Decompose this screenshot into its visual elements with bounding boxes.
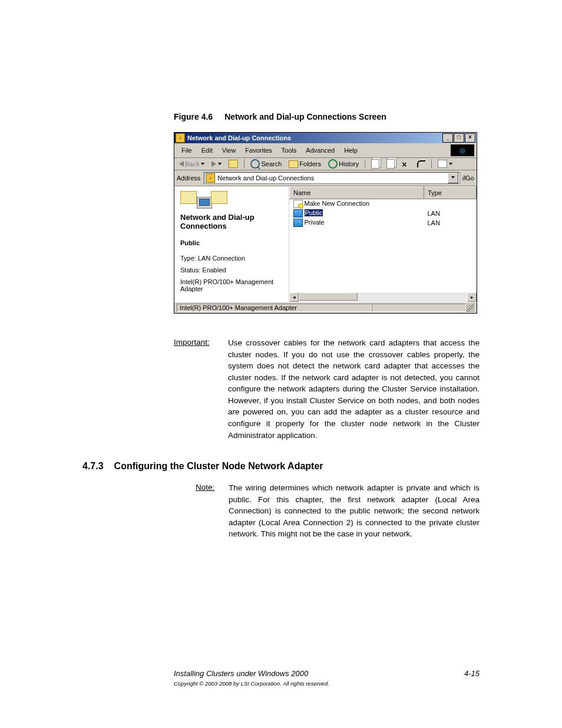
scroll-left-icon[interactable]: ◂	[289, 292, 299, 302]
column-name[interactable]: Name	[290, 187, 424, 199]
app-icon: ≡	[176, 133, 185, 143]
menubar: File Edit View Favorites Tools Advanced …	[174, 143, 477, 158]
toolbar: Back Search Folders History ×	[174, 158, 477, 170]
address-icon: ≡	[206, 173, 215, 183]
back-button[interactable]: Back	[177, 160, 207, 167]
address-label: Address	[177, 174, 201, 182]
views-icon	[438, 160, 447, 168]
note-text: The wiring determines which network adap…	[229, 482, 480, 540]
address-dropdown[interactable]	[448, 173, 458, 183]
menu-advanced[interactable]: Advanced	[301, 146, 339, 154]
connection-icon	[293, 219, 303, 227]
device-line: Intel(R) PRO/100+ Management Adapter	[180, 278, 283, 292]
horizontal-scrollbar[interactable]: ◂ ▸	[289, 292, 477, 302]
list-item[interactable]: Make New Connection	[290, 199, 477, 209]
address-input[interactable]: ≡ Network and Dial-up Connections	[204, 172, 460, 184]
copy-to-icon	[386, 159, 395, 169]
delete-button[interactable]: ×	[399, 160, 412, 168]
history-icon	[328, 159, 338, 169]
connections-list: Name Type Make New Connection Public LAN…	[289, 186, 477, 228]
footer-left: Installing Clusters under Windows 2000	[174, 669, 308, 678]
search-button[interactable]: Search	[248, 159, 284, 169]
move-to-icon	[371, 159, 379, 169]
note-block: Note: The wiring determines which networ…	[196, 482, 480, 540]
forward-icon	[211, 161, 216, 167]
section-number: 4.7.3	[82, 461, 104, 471]
undo-icon	[417, 160, 425, 167]
menu-edit[interactable]: Edit	[197, 146, 217, 154]
move-to-button[interactable]	[369, 159, 382, 169]
new-connection-icon	[293, 200, 303, 208]
figure-title: Network and Dial-up Connections Screen	[224, 112, 386, 121]
undo-button[interactable]	[415, 160, 428, 167]
go-button[interactable]: ∂Go	[462, 174, 474, 182]
left-pane: Network and Dial-up Connections Public T…	[174, 186, 289, 302]
up-icon	[229, 160, 238, 168]
address-value: Network and Dial-up Connections	[217, 174, 314, 182]
footer-copyright: Copyright © 2003-2008 by LSI Corporation…	[174, 680, 480, 687]
delete-icon: ×	[402, 160, 410, 168]
up-button[interactable]	[226, 160, 240, 168]
window-title: Network and Dial-up Connections	[187, 134, 442, 141]
titlebar[interactable]: ≡ Network and Dial-up Connections _ □ ×	[174, 133, 477, 143]
statusbar: Intel(R) PRO/100+ Management Adapter	[174, 302, 477, 313]
window: ≡ Network and Dial-up Connections _ □ × …	[174, 132, 477, 314]
menu-help[interactable]: Help	[339, 146, 362, 154]
forward-button[interactable]	[209, 161, 224, 167]
note-label: Note:	[196, 482, 229, 540]
column-type[interactable]: Type	[424, 187, 477, 199]
footer-right: 4-15	[464, 669, 480, 678]
left-heading: Network and Dial-up Connections	[180, 213, 283, 231]
menu-tools[interactable]: Tools	[277, 146, 302, 154]
folder-large-icon	[180, 191, 227, 209]
status-line: Status: Enabled	[180, 266, 283, 274]
type-line: Type: LAN Connection	[180, 255, 283, 262]
section-heading: 4.7.3Configuring the Cluster Node Networ…	[82, 461, 480, 472]
selected-name: Public	[180, 239, 283, 246]
status-text: Intel(R) PRO/100+ Management Adapter	[180, 304, 297, 311]
back-icon	[179, 161, 184, 167]
copy-to-button[interactable]	[384, 159, 397, 169]
close-button[interactable]: ×	[465, 133, 475, 143]
scroll-right-icon[interactable]: ▸	[467, 292, 477, 302]
search-icon	[250, 159, 260, 169]
menu-view[interactable]: View	[217, 146, 241, 154]
section-title: Configuring the Cluster Node Network Ada…	[114, 461, 323, 471]
important-text: Use crossover cables for the network car…	[228, 337, 480, 441]
figure-label: Figure 4.6	[174, 112, 213, 121]
scroll-thumb[interactable]	[299, 292, 358, 301]
important-block: Important: Use crossover cables for the …	[174, 337, 480, 441]
list-item[interactable]: Private LAN	[290, 218, 477, 228]
throbber-icon: ◎	[451, 144, 474, 156]
right-pane: Name Type Make New Connection Public LAN…	[289, 186, 477, 302]
important-label: Important:	[174, 337, 228, 441]
folders-button[interactable]: Folders	[286, 160, 323, 168]
maximize-button[interactable]: □	[454, 133, 464, 143]
menu-file[interactable]: File	[177, 146, 197, 154]
address-bar: Address ≡ Network and Dial-up Connection…	[174, 170, 477, 186]
folders-icon	[289, 160, 298, 168]
page-footer: Installing Clusters under Windows 2000 4…	[82, 669, 480, 687]
resize-grip-icon[interactable]	[466, 304, 474, 312]
views-button[interactable]	[435, 160, 455, 168]
connection-icon	[293, 209, 303, 218]
list-item[interactable]: Public LAN	[290, 209, 477, 218]
menu-favorites[interactable]: Favorites	[240, 146, 276, 154]
minimize-button[interactable]: _	[442, 133, 453, 143]
history-button[interactable]: History	[326, 159, 361, 169]
figure-caption: Figure 4.6Network and Dial-up Connection…	[174, 112, 480, 121]
